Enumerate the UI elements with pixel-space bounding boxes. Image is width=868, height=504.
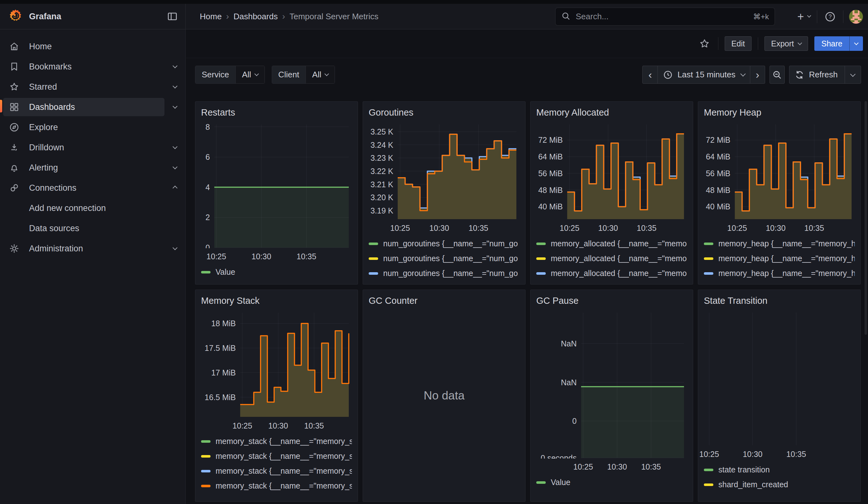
chart-plot[interactable]: 40 MiB48 MiB56 MiB64 MiB72 MiB bbox=[536, 122, 687, 220]
svg-text:48 MiB: 48 MiB bbox=[538, 186, 563, 195]
legend-item[interactable]: memory_heap {__name__="memory_h bbox=[704, 281, 855, 285]
expand-toggle-drilldown[interactable] bbox=[164, 147, 185, 148]
legend-item[interactable]: memory_stack {__name__="memory_s bbox=[201, 434, 352, 449]
sidebar-item-explore[interactable]: Explore bbox=[3, 118, 185, 136]
legend-series-color bbox=[201, 470, 210, 472]
panel-title[interactable]: State Transition bbox=[704, 294, 855, 310]
panel-title[interactable]: GC Pause bbox=[536, 294, 687, 310]
sidebar-item-add-new-connection[interactable]: Add new connection bbox=[3, 199, 185, 217]
panel-memory-stack: Memory Stack16.5 MiB17 MiB17.5 MiB18 MiB… bbox=[195, 290, 358, 502]
legend-item[interactable]: Value bbox=[536, 475, 687, 490]
star-icon bbox=[7, 81, 21, 92]
breadcrumb-item-home[interactable]: Home bbox=[200, 12, 221, 21]
legend-item[interactable]: memory_allocated {__name__="memo bbox=[536, 251, 687, 266]
expand-toggle-dashboards[interactable] bbox=[164, 106, 185, 108]
chart-plot[interactable]: 16.5 MiB17 MiB17.5 MiB18 MiB bbox=[201, 310, 352, 418]
template-variable-filters: ServiceAllClientAll bbox=[195, 66, 342, 84]
edit-button[interactable]: Edit bbox=[725, 36, 752, 51]
share-button[interactable]: Share bbox=[814, 36, 849, 51]
legend-series-label: state transition bbox=[719, 465, 770, 474]
chart-plot[interactable]: 40 MiB48 MiB56 MiB64 MiB72 MiB bbox=[704, 122, 855, 220]
panel-title[interactable]: Memory Heap bbox=[704, 106, 855, 122]
chart-legend: memory_stack {__name__="memory_smemory_s… bbox=[201, 434, 352, 493]
breadcrumb-item-dashboards[interactable]: Dashboards bbox=[234, 12, 278, 21]
sidebar-item-label: Add new connection bbox=[29, 203, 106, 213]
svg-text:4: 4 bbox=[206, 183, 210, 192]
sidebar-item-starred[interactable]: Starred bbox=[3, 78, 164, 96]
x-tick-label: 10:35 bbox=[641, 462, 661, 472]
legend-item[interactable]: state transition bbox=[704, 462, 855, 477]
x-tick-label: 10:35 bbox=[637, 224, 657, 233]
legend-item[interactable]: num_goroutines {__name__="num_go bbox=[369, 266, 519, 281]
top-nav-right: Home›Dashboards›Temporal Server Metrics … bbox=[186, 4, 868, 29]
panel-title[interactable]: GC Counter bbox=[369, 294, 519, 310]
star-icon bbox=[701, 40, 708, 47]
favorite-star-button[interactable] bbox=[697, 35, 712, 52]
help-button[interactable]: ? bbox=[823, 9, 837, 25]
legend-item[interactable]: memory_allocated {__name__="memo bbox=[536, 236, 687, 251]
time-shift-back-button[interactable]: ‹ bbox=[642, 66, 658, 84]
sidebar-row-connections: Connections bbox=[0, 178, 185, 198]
chart-plot[interactable]: 3.19 K3.20 K3.21 K3.22 K3.23 K3.24 K3.25… bbox=[369, 122, 519, 220]
chart-plot[interactable]: NaNNaN00 seconds bbox=[536, 310, 687, 459]
legend-item[interactable]: memory_allocated {__name__="memo bbox=[536, 281, 687, 285]
legend-item[interactable]: memory_stack {__name__="memory_s bbox=[201, 464, 352, 479]
expand-toggle-connections[interactable] bbox=[164, 186, 185, 190]
vertical-scrollbar[interactable] bbox=[865, 101, 867, 335]
x-tick-label: 10:35 bbox=[786, 450, 806, 459]
expand-toggle-alerting[interactable] bbox=[164, 167, 185, 169]
chart-container: 40 MiB48 MiB56 MiB64 MiB72 MiB10:2510:30… bbox=[704, 122, 855, 234]
panel-gc-counter: GC CounterNo data bbox=[363, 290, 526, 502]
filter-value-dropdown[interactable]: All bbox=[306, 66, 334, 83]
svg-text:17 MiB: 17 MiB bbox=[211, 368, 236, 377]
sidebar-item-bookmarks[interactable]: Bookmarks bbox=[3, 58, 164, 76]
sidebar-item-data-sources[interactable]: Data sources bbox=[3, 219, 185, 237]
panel-title[interactable]: Goroutines bbox=[369, 106, 519, 122]
zoom-out-time-button[interactable] bbox=[769, 66, 785, 84]
time-shift-forward-button[interactable]: › bbox=[750, 66, 765, 84]
apps-icon bbox=[7, 102, 21, 112]
sidebar-item-alerting[interactable]: Alerting bbox=[3, 158, 164, 177]
legend-item[interactable]: num_goroutines {__name__="num_go bbox=[369, 251, 519, 266]
panel-title[interactable]: Restarts bbox=[201, 106, 352, 122]
refresh-interval-button[interactable] bbox=[845, 66, 861, 84]
time-range-picker[interactable]: Last 15 minutes bbox=[658, 66, 750, 84]
expand-toggle-administration[interactable] bbox=[164, 248, 185, 249]
legend-item[interactable]: Value bbox=[201, 265, 352, 279]
legend-item[interactable]: memory_stack {__name__="memory_s bbox=[201, 449, 352, 464]
export-button[interactable]: Export bbox=[764, 36, 808, 51]
legend-item[interactable]: memory_heap {__name__="memory_h bbox=[704, 236, 855, 251]
expand-toggle-bookmarks[interactable] bbox=[164, 66, 185, 68]
legend-item[interactable]: num_goroutines {__name__="num_go bbox=[369, 281, 519, 285]
legend-item[interactable]: shard_item_created bbox=[704, 477, 855, 492]
x-tick-label: 10:25 bbox=[232, 421, 252, 430]
sidebar-item-dashboards[interactable]: Dashboards bbox=[3, 98, 164, 116]
legend-item[interactable]: memory_heap {__name__="memory_h bbox=[704, 251, 855, 266]
filter-selected-value: All bbox=[312, 70, 321, 80]
chart-plot[interactable]: 02468 bbox=[201, 122, 352, 248]
legend-item[interactable]: memory_allocated {__name__="memo bbox=[536, 266, 687, 281]
breadcrumb-item-temporal-server-metrics[interactable]: Temporal Server Metrics bbox=[289, 12, 379, 21]
sidebar-item-administration[interactable]: Administration bbox=[3, 239, 164, 258]
sidebar-item-connections[interactable]: Connections bbox=[3, 179, 164, 197]
add-new-button[interactable]: + bbox=[797, 9, 811, 25]
legend-item[interactable]: memory_stack {__name__="memory_s bbox=[201, 479, 352, 493]
legend-item[interactable]: memory_heap {__name__="memory_h bbox=[704, 266, 855, 281]
search-input[interactable] bbox=[575, 11, 753, 22]
panel-title[interactable]: Memory Stack bbox=[201, 294, 352, 310]
sidebar-item-home[interactable]: Home bbox=[3, 37, 185, 55]
mega-menu-toggle-icon[interactable] bbox=[165, 8, 179, 25]
chart-plot[interactable] bbox=[704, 310, 855, 446]
user-avatar[interactable] bbox=[849, 10, 863, 24]
refresh-button[interactable]: Refresh bbox=[789, 66, 845, 84]
sidebar-row-administration: Administration bbox=[0, 238, 185, 259]
expand-toggle-starred[interactable] bbox=[164, 86, 185, 88]
share-menu-button[interactable] bbox=[849, 36, 863, 51]
search-box[interactable]: ⌘+k bbox=[555, 8, 775, 25]
filter-value-dropdown[interactable]: All bbox=[236, 66, 265, 83]
legend-item[interactable]: num_goroutines {__name__="num_go bbox=[369, 236, 519, 251]
sidebar-item-drilldown[interactable]: Drilldown bbox=[3, 138, 164, 157]
chart-container: 10:2510:3010:35 bbox=[704, 310, 855, 460]
panel-title[interactable]: Memory Allocated bbox=[536, 106, 687, 122]
chart-legend: memory_heap {__name__="memory_hmemory_he… bbox=[704, 236, 855, 285]
